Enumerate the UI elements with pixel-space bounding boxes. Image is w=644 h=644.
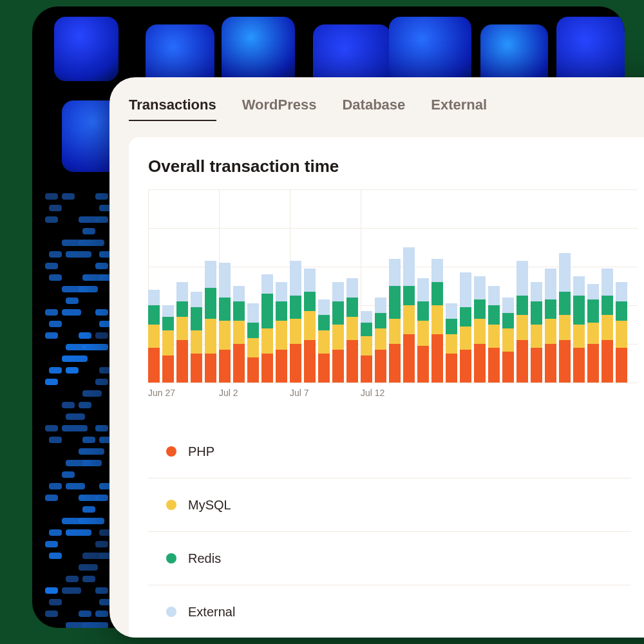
bar (460, 272, 471, 383)
tab-database[interactable]: Database (342, 97, 405, 121)
legend-item-redis[interactable]: Redis (148, 532, 631, 585)
tab-transactions[interactable]: Transactions (129, 97, 216, 121)
legend-list: PHPMySQLRedisExternal (148, 425, 631, 638)
legend-item-mysql[interactable]: MySQL (148, 478, 631, 532)
bar (502, 298, 514, 383)
bar (573, 276, 585, 383)
legend-item-external[interactable]: External (148, 585, 631, 638)
bar (191, 292, 202, 383)
tab-wordpress[interactable]: WordPress (242, 97, 317, 121)
bar (247, 303, 259, 383)
bar (446, 303, 457, 383)
bar (148, 290, 160, 383)
x-axis: Jun 27Jul 2Jul 7Jul 12 (148, 388, 638, 407)
legend-label: External (188, 605, 235, 620)
bar (417, 278, 429, 383)
bar (261, 274, 273, 383)
bar (403, 247, 415, 383)
legend-swatch-icon (166, 500, 176, 510)
bar (304, 269, 316, 383)
bar (601, 269, 613, 383)
x-tick-label: Jul 2 (219, 388, 238, 398)
bar (176, 282, 188, 383)
bar (205, 261, 216, 383)
chart-panel: Overall transaction time Jun 27Jul 2Jul … (129, 137, 644, 638)
tab-external[interactable]: External (431, 97, 487, 121)
x-tick-label: Jul 7 (290, 388, 309, 398)
bar (233, 286, 245, 383)
legend-swatch-icon (166, 553, 176, 564)
stacked-bar-chart (148, 189, 638, 383)
bar (531, 282, 542, 383)
legend-label: MySQL (188, 498, 231, 513)
bar (559, 253, 571, 383)
legend-swatch-icon (166, 607, 176, 617)
bar (219, 263, 231, 383)
legend-label: PHP (188, 444, 214, 459)
bar (290, 261, 301, 383)
bar (361, 311, 372, 383)
x-tick-label: Jul 12 (361, 388, 384, 398)
bar (545, 269, 556, 383)
bar (375, 298, 386, 383)
bar (318, 299, 330, 383)
bar (276, 282, 287, 383)
legend-item-php[interactable]: PHP (148, 425, 631, 478)
bar (516, 261, 528, 383)
chart-title: Overall transaction time (148, 156, 644, 176)
bar (587, 284, 599, 383)
bar (616, 282, 627, 383)
legend-label: Redis (188, 551, 221, 566)
bar (389, 259, 401, 383)
legend-swatch-icon (166, 446, 176, 457)
bar (162, 305, 174, 383)
bar (332, 282, 344, 383)
bar (488, 286, 500, 383)
bar (474, 276, 486, 383)
bar (346, 278, 358, 383)
bar (431, 259, 443, 383)
x-tick-label: Jun 27 (148, 388, 175, 398)
analytics-card: TransactionsWordPressDatabaseExternal Ov… (109, 77, 644, 638)
tab-bar: TransactionsWordPressDatabaseExternal (109, 77, 644, 121)
